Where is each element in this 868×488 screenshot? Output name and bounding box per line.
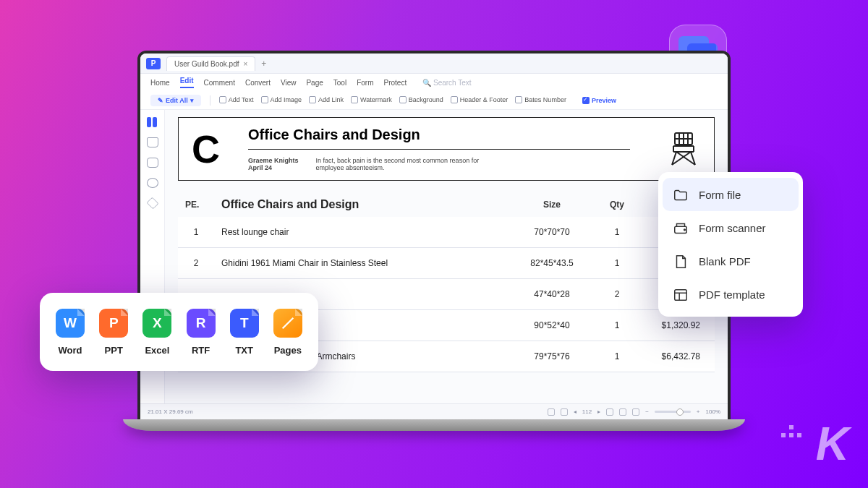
toolbar-label: Add Text (229, 96, 254, 103)
svg-rect-3 (675, 290, 687, 301)
toolbar-separator (210, 95, 210, 106)
format-pages[interactable]: Pages (273, 309, 302, 356)
menu-item-view[interactable]: View (281, 79, 297, 87)
menu-item-form[interactable]: Form (357, 79, 373, 87)
document-date: April 24 (248, 164, 299, 171)
checkbox-icon (582, 97, 590, 104)
background-icon (399, 96, 407, 103)
popup-item-blank-pdf[interactable]: Blank PDF (663, 244, 799, 278)
watermark-icon (351, 96, 358, 103)
export-formats-card: WWordPPPTXExcelRRTFTTXTPages (40, 293, 318, 371)
format-label: RTF (192, 345, 210, 356)
format-txt[interactable]: TTXT (230, 309, 259, 356)
toolbar-add-text[interactable]: Add Text (219, 96, 254, 103)
col-desc: Office Chairs and Design (214, 192, 512, 217)
new-tab-button[interactable]: + (261, 59, 266, 69)
edit-toolbar: ✎ Edit All ▾ Add TextAdd ImageAdd LinkWa… (140, 91, 728, 110)
menu-item-convert[interactable]: Convert (245, 79, 271, 87)
toolbar-watermark[interactable]: Watermark (351, 96, 392, 103)
col-pe: PE. (178, 192, 214, 217)
blank-page-icon (673, 254, 689, 268)
sb-view-icon[interactable] (619, 408, 626, 416)
document-initial: C (192, 129, 235, 168)
document-title: Office Chairs and Design (248, 127, 630, 143)
link-icon (309, 96, 316, 103)
table-row[interactable]: 2Ghidini 1961 Miami Chair in Stainless S… (178, 248, 715, 279)
format-word[interactable]: WWord (56, 309, 85, 356)
format-rtf[interactable]: RRTF (187, 309, 216, 356)
format-label: Word (59, 345, 82, 356)
app-badge: P (146, 58, 161, 69)
popup-item-form-file[interactable]: Form file (663, 178, 799, 211)
menu-bar: HomeEditCommentConvertViewPageToolFormPr… (140, 74, 728, 91)
search-input[interactable]: 🔍 Search Text (422, 79, 471, 87)
toolbar-label: Header & Footer (460, 96, 509, 103)
laptop-base (123, 419, 745, 431)
menu-item-home[interactable]: Home (150, 79, 170, 87)
text-icon (219, 96, 226, 103)
cell-qty: 1 (592, 310, 642, 341)
menu-item-tool[interactable]: Tool (333, 79, 346, 87)
thumbnails-icon[interactable] (147, 117, 158, 127)
cell-price: $6,432.78 (642, 341, 715, 372)
watermark-dots (781, 425, 801, 437)
page-prev-icon[interactable]: ◂ (574, 408, 576, 415)
cell-qty: 1 (592, 341, 642, 372)
toolbar-add-image[interactable]: Add Image (261, 96, 302, 103)
template-icon (673, 287, 689, 301)
page-next-icon[interactable]: ▸ (597, 408, 600, 415)
comment-icon[interactable] (147, 158, 158, 168)
layers-icon[interactable] (146, 197, 158, 210)
page-dimensions: 21.01 X 29.69 cm (148, 408, 193, 415)
format-badge-icon: W (56, 309, 85, 338)
toolbar-bates-number[interactable]: Bates Number (515, 96, 566, 103)
document-author: Graeme Knights (248, 157, 299, 164)
cell-qty: 1 (592, 217, 642, 248)
popup-item-pdf-template[interactable]: PDF template (663, 278, 799, 311)
format-badge-icon: P (99, 309, 128, 338)
table-row[interactable]: 1Rest lounge chair70*70*701$**.* (178, 217, 715, 248)
cell-size: 79*75*76 (512, 341, 592, 372)
sb-tool-icon[interactable] (561, 408, 568, 416)
document-note: In fact, back pain is the second most co… (316, 157, 504, 171)
k-watermark: K (816, 417, 848, 471)
menu-item-page[interactable]: Page (306, 79, 323, 87)
toolbar-background[interactable]: Background (399, 96, 443, 103)
format-excel[interactable]: XExcel (142, 309, 171, 356)
bookmark-icon[interactable] (147, 137, 158, 147)
format-label: TXT (235, 345, 253, 356)
toolbar-add-link[interactable]: Add Link (309, 96, 344, 103)
edit-all-label: Edit All (166, 97, 188, 104)
zoom-in-icon[interactable]: + (697, 408, 700, 415)
menu-item-protect[interactable]: Protect (384, 79, 407, 87)
popup-label: Blank PDF (699, 255, 751, 267)
toolbar-label: Watermark (360, 96, 392, 103)
menu-item-comment[interactable]: Comment (204, 79, 235, 87)
folder-icon (673, 187, 689, 202)
zoom-out-icon[interactable]: − (645, 408, 649, 415)
popup-label: PDF template (699, 288, 765, 301)
zoom-level: 100% (706, 408, 720, 415)
col-qty: Qty (592, 192, 642, 217)
format-label: PPT (105, 345, 123, 356)
edit-all-button[interactable]: ✎ Edit All ▾ (150, 95, 201, 106)
cell-pe: 1 (178, 217, 214, 248)
image-icon (261, 96, 268, 103)
document-tab[interactable]: User Guild Book.pdf × (166, 56, 255, 71)
sb-tool-icon[interactable] (548, 408, 555, 416)
popup-item-form-scanner[interactable]: Form scanner (663, 211, 799, 244)
laptop-frame: P User Guild Book.pdf × + HomeEditCommen… (137, 51, 731, 434)
menu-item-edit[interactable]: Edit (180, 77, 194, 88)
zoom-slider[interactable] (655, 411, 691, 413)
page-number[interactable]: 112 (582, 408, 592, 415)
sb-view-icon[interactable] (606, 408, 613, 416)
close-icon[interactable]: × (244, 60, 248, 68)
circle-icon[interactable] (147, 178, 158, 188)
preview-toggle[interactable]: Preview (582, 97, 616, 104)
chevron-down-icon: ▾ (190, 97, 194, 104)
format-ppt[interactable]: PPPT (99, 309, 128, 356)
format-label: Pages (274, 345, 302, 356)
toolbar-header-footer[interactable]: Header & Footer (451, 96, 509, 103)
cell-desc: Ghidini 1961 Miami Chair in Stainless St… (214, 248, 512, 279)
sb-view-icon[interactable] (632, 408, 639, 416)
